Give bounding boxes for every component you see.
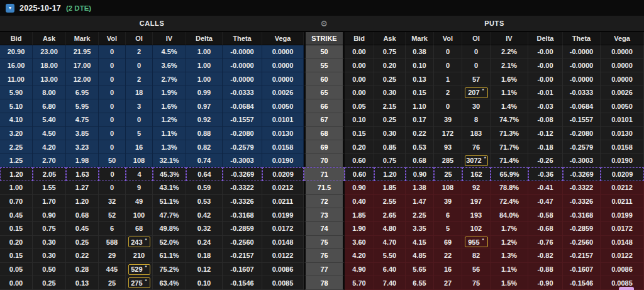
- call-bid-cell[interactable]: 4.10: [0, 113, 33, 127]
- put-vol-cell[interactable]: 6: [434, 208, 462, 222]
- put-bid-cell[interactable]: 0.00: [345, 86, 374, 100]
- put-iv-cell[interactable]: 72.4%: [491, 195, 528, 209]
- call-delta-cell[interactable]: 0.12: [186, 263, 223, 277]
- call-vega-cell[interactable]: 0.0000: [262, 45, 304, 59]
- put-oi-cell[interactable]: 183: [462, 127, 491, 141]
- put-vega-cell[interactable]: 0.0148: [601, 236, 644, 250]
- put-ask-cell[interactable]: 2.15: [374, 99, 406, 113]
- put-delta-cell[interactable]: -0.00: [528, 72, 563, 86]
- call-delta-cell[interactable]: 0.88: [186, 127, 223, 141]
- call-vega-cell[interactable]: 0.0130: [262, 127, 304, 141]
- put-iv-cell[interactable]: 1.4%: [491, 99, 528, 113]
- put-vol-cell[interactable]: 93: [434, 140, 462, 154]
- call-ask-cell[interactable]: 4.50: [33, 127, 66, 141]
- call-delta-cell[interactable]: 0.64: [186, 167, 223, 181]
- call-ask-cell[interactable]: 13.00: [33, 72, 66, 86]
- call-oi-cell[interactable]: 275*: [126, 276, 153, 290]
- call-iv-cell[interactable]: 2.7%: [153, 72, 186, 86]
- put-vol-cell[interactable]: 172: [434, 127, 462, 141]
- call-vega-cell[interactable]: 0.0209: [262, 167, 304, 181]
- call-mark-cell[interactable]: 0.45: [66, 222, 99, 236]
- call-vol-cell[interactable]: 6: [99, 222, 126, 236]
- put-oi-cell[interactable]: 75: [462, 276, 491, 290]
- put-mark-cell[interactable]: 4.85: [406, 249, 434, 263]
- call-iv-cell[interactable]: 49.8%: [153, 222, 186, 236]
- put-delta-cell[interactable]: -0.58: [528, 208, 563, 222]
- put-vega-cell[interactable]: 0.0130: [601, 127, 644, 141]
- call-theta-cell[interactable]: -0.3168: [223, 208, 262, 222]
- put-mark-cell[interactable]: 0.10: [406, 59, 434, 73]
- call-mark-cell[interactable]: 0.13: [66, 276, 99, 290]
- put-theta-cell[interactable]: -0.0684: [563, 99, 601, 113]
- call-theta-cell[interactable]: -0.1546: [223, 276, 262, 290]
- call-ask-cell[interactable]: 0.25: [33, 276, 66, 290]
- put-ask-cell[interactable]: 0.30: [374, 86, 406, 100]
- put-iv-cell[interactable]: 78.8%: [491, 181, 528, 195]
- call-mark-cell[interactable]: 6.95: [66, 86, 99, 100]
- put-theta-cell[interactable]: -0.2560: [563, 236, 601, 250]
- call-theta-cell[interactable]: -0.2560: [223, 236, 262, 250]
- call-vol-cell[interactable]: 0: [99, 140, 126, 154]
- call-vega-cell[interactable]: 0.0101: [262, 113, 304, 127]
- put-theta-cell[interactable]: -0.0333: [563, 86, 601, 100]
- call-oi-cell[interactable]: 210: [126, 249, 153, 263]
- call-ask-cell[interactable]: 5.40: [33, 113, 66, 127]
- call-oi-cell[interactable]: 18: [126, 86, 153, 100]
- put-bid-cell[interactable]: 0.00: [345, 59, 374, 73]
- call-vol-cell[interactable]: 0: [99, 127, 126, 141]
- put-vol-cell[interactable]: 1: [434, 72, 462, 86]
- put-bid-cell[interactable]: 5.70: [345, 276, 374, 290]
- put-theta-cell[interactable]: -0.3269: [563, 167, 601, 181]
- put-mark-cell[interactable]: 1.10: [406, 99, 434, 113]
- call-bid-cell[interactable]: 20.90: [0, 45, 33, 59]
- put-mark-cell[interactable]: 0.53: [406, 140, 434, 154]
- call-iv-cell[interactable]: 43.1%: [153, 181, 186, 195]
- call-bid-cell[interactable]: 0.00: [0, 276, 33, 290]
- call-theta-cell[interactable]: -0.2859: [223, 222, 262, 236]
- put-oi-cell[interactable]: 92: [462, 181, 491, 195]
- put-delta-cell[interactable]: -0.36: [528, 167, 563, 181]
- call-delta-cell[interactable]: 1.00: [186, 72, 223, 86]
- call-delta-cell[interactable]: 0.42: [186, 208, 223, 222]
- put-vega-cell[interactable]: 0.0190: [601, 154, 644, 168]
- put-delta-cell[interactable]: -0.68: [528, 222, 563, 236]
- put-ask-cell[interactable]: 4.80: [374, 222, 406, 236]
- call-mark-cell[interactable]: 1.27: [66, 181, 99, 195]
- put-vega-cell[interactable]: 0.0122: [601, 249, 644, 263]
- put-vol-cell[interactable]: 5: [434, 222, 462, 236]
- put-iv-cell[interactable]: 2.1%: [491, 59, 528, 73]
- call-bid-cell[interactable]: 5.10: [0, 99, 33, 113]
- put-oi-cell[interactable]: 102: [462, 222, 491, 236]
- put-delta-cell[interactable]: -0.01: [528, 86, 563, 100]
- call-mark-cell[interactable]: 3.23: [66, 140, 99, 154]
- call-ask-cell[interactable]: 1.70: [33, 195, 66, 209]
- put-bid-cell[interactable]: 4.90: [345, 263, 374, 277]
- put-vol-cell[interactable]: 0: [434, 45, 462, 59]
- strike-cell[interactable]: 70: [304, 154, 345, 168]
- put-theta-cell[interactable]: -0.1557: [563, 113, 601, 127]
- call-bid-cell[interactable]: 11.00: [0, 72, 33, 86]
- put-theta-cell[interactable]: -0.2859: [563, 222, 601, 236]
- put-bid-cell[interactable]: 0.90: [345, 181, 374, 195]
- call-ask-cell[interactable]: 6.80: [33, 99, 66, 113]
- call-delta-cell[interactable]: 0.32: [186, 222, 223, 236]
- put-vega-cell[interactable]: 0.0000: [601, 59, 644, 73]
- call-iv-cell[interactable]: 1.9%: [153, 86, 186, 100]
- put-delta-cell[interactable]: -0.18: [528, 140, 563, 154]
- put-vega-cell[interactable]: 0.0086: [601, 263, 644, 277]
- put-bid-cell[interactable]: 3.60: [345, 236, 374, 250]
- call-iv-cell[interactable]: 51.1%: [153, 195, 186, 209]
- put-mark-cell[interactable]: 0.15: [406, 86, 434, 100]
- put-ask-cell[interactable]: 6.40: [374, 263, 406, 277]
- put-iv-cell[interactable]: 71.3%: [491, 127, 528, 141]
- put-theta-cell[interactable]: -0.0000: [563, 45, 601, 59]
- put-ask-cell[interactable]: 0.25: [374, 113, 406, 127]
- put-ask-cell[interactable]: 0.30: [374, 127, 406, 141]
- put-oi-cell[interactable]: 197: [462, 195, 491, 209]
- put-delta-cell[interactable]: -0.00: [528, 45, 563, 59]
- call-vega-cell[interactable]: 0.0026: [262, 86, 304, 100]
- call-iv-cell[interactable]: 47.7%: [153, 208, 186, 222]
- put-bid-cell[interactable]: 0.05: [345, 99, 374, 113]
- put-mark-cell[interactable]: 0.68: [406, 154, 434, 168]
- call-vega-cell[interactable]: 0.0085: [262, 276, 304, 290]
